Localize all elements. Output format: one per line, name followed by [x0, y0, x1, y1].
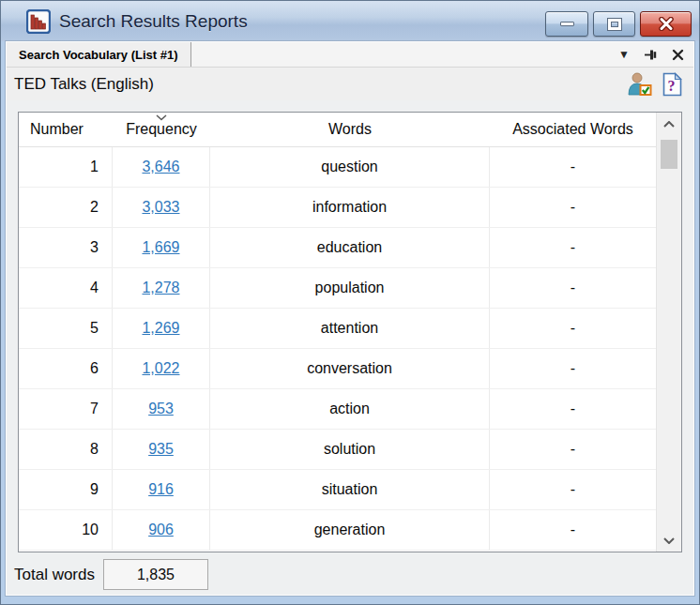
cell-associated: -: [490, 510, 656, 550]
total-words-value: 1,835: [103, 559, 208, 590]
cell-associated: -: [490, 188, 656, 227]
table-row: 7 953 action -: [19, 389, 656, 430]
table-zone: Number Frequency Words Associated: [7, 100, 693, 552]
pin-panel-button[interactable]: [644, 48, 658, 62]
scrollbar-thumb[interactable]: [661, 140, 677, 169]
cell-associated: -: [490, 349, 656, 388]
close-panel-button[interactable]: [672, 49, 684, 61]
cell-number: 5: [19, 309, 113, 348]
cell-associated: -: [490, 389, 656, 429]
cell-associated: -: [490, 228, 656, 267]
header-words[interactable]: Words: [210, 113, 490, 146]
tab-search-vocabulary[interactable]: Search Vocabulary (List #1): [7, 42, 191, 67]
frequency-link[interactable]: 906: [148, 522, 174, 538]
info-icons: ?: [627, 71, 682, 97]
cell-word: situation: [210, 470, 490, 509]
help-icon: ?: [662, 72, 682, 97]
cell-number: 6: [19, 349, 113, 388]
results-table: Number Frequency Words Associated: [18, 112, 682, 552]
frequency-link[interactable]: 916: [148, 481, 174, 498]
cell-word: question: [210, 147, 490, 187]
cell-associated: -: [490, 470, 656, 509]
user-settings-button[interactable]: [627, 71, 652, 97]
maximize-button[interactable]: [593, 11, 635, 37]
chevron-up-icon: [663, 121, 675, 128]
frequency-link[interactable]: 1,278: [142, 280, 179, 296]
cell-word: generation: [210, 510, 490, 550]
header-number[interactable]: Number: [19, 113, 113, 146]
chevron-down-icon: [663, 537, 675, 544]
cell-frequency: 1,278: [113, 268, 210, 308]
window-title: Search Results Reports: [59, 11, 248, 32]
cell-number: 2: [19, 188, 113, 227]
cell-frequency: 3,646: [113, 147, 210, 187]
table-row: 9 916 situation -: [19, 470, 656, 510]
tab-label: Search Vocabulary (List #1): [19, 48, 178, 62]
frequency-link[interactable]: 3,033: [142, 199, 179, 216]
close-button[interactable]: [640, 11, 692, 37]
cell-number: 7: [19, 389, 113, 429]
cell-number: 3: [19, 228, 113, 267]
scroll-up-button[interactable]: [657, 114, 681, 133]
header-associated-words[interactable]: Associated Words: [490, 113, 656, 146]
cell-word: population: [210, 268, 490, 308]
info-bar: TED Talks (English) ?: [7, 68, 693, 100]
app-logo-icon: [26, 9, 51, 34]
scroll-down-button[interactable]: [657, 531, 681, 550]
status-bar: Total words 1,835: [14, 559, 693, 590]
cell-number: 8: [19, 430, 113, 469]
sort-descending-icon: [156, 114, 168, 121]
header-frequency-label: Frequency: [126, 121, 197, 138]
cell-frequency: 3,033: [113, 188, 210, 227]
panel-menu-button[interactable]: ▼: [618, 49, 630, 60]
table-row: 8 935 solution -: [19, 430, 656, 470]
cell-frequency: 1,022: [113, 349, 210, 388]
corpus-name: TED Talks (English): [14, 75, 154, 94]
cell-word: solution: [210, 430, 490, 469]
close-icon: [658, 17, 675, 31]
cell-frequency: 916: [113, 470, 210, 509]
table-row: 1 3,646 question -: [19, 147, 656, 188]
cell-number: 10: [19, 510, 113, 550]
app-window: Search Results Reports Search Vocabulary…: [0, 0, 700, 605]
cell-word: action: [210, 389, 490, 429]
cell-number: 1: [19, 147, 113, 187]
cell-word: attention: [210, 309, 490, 348]
cell-frequency: 906: [113, 510, 210, 550]
table-row: 10 906 generation -: [19, 510, 656, 551]
title-bar[interactable]: Search Results Reports: [1, 1, 699, 41]
minimize-button[interactable]: [545, 11, 588, 37]
window-controls: [545, 11, 692, 37]
cell-associated: -: [490, 147, 656, 187]
frequency-link[interactable]: 1,669: [142, 239, 179, 256]
frequency-link[interactable]: 1,269: [142, 320, 179, 337]
table-row: 6 1,022 conversation -: [19, 349, 656, 389]
content-frame: Search Vocabulary (List #1) ▼: [6, 41, 694, 596]
cell-associated: -: [490, 268, 656, 308]
header-number-label: Number: [30, 121, 84, 138]
help-button[interactable]: ?: [662, 72, 682, 97]
header-words-label: Words: [328, 121, 372, 138]
header-associated-label: Associated Words: [512, 121, 633, 138]
total-words-label: Total words: [14, 566, 95, 584]
cell-associated: -: [490, 430, 656, 469]
close-panel-icon: [672, 49, 684, 61]
header-frequency[interactable]: Frequency: [113, 113, 210, 146]
cell-number: 9: [19, 470, 113, 509]
chevron-down-icon: ▼: [618, 49, 630, 60]
user-check-icon: [627, 71, 652, 97]
vertical-scrollbar[interactable]: [656, 113, 681, 552]
frequency-link[interactable]: 1,022: [142, 360, 179, 377]
frequency-link[interactable]: 935: [148, 441, 174, 458]
table-row: 4 1,278 population -: [19, 268, 656, 309]
tab-strip: Search Vocabulary (List #1) ▼: [7, 42, 693, 68]
minimize-icon: [560, 22, 574, 26]
frequency-link[interactable]: 3,646: [142, 159, 179, 175]
svg-text:?: ?: [668, 78, 676, 94]
cell-number: 4: [19, 268, 113, 308]
table-row: 3 1,669 education -: [19, 228, 656, 268]
panel-controls: ▼: [618, 42, 684, 67]
frequency-link[interactable]: 953: [148, 401, 174, 417]
cell-associated: -: [490, 309, 656, 348]
cell-frequency: 935: [113, 430, 210, 469]
